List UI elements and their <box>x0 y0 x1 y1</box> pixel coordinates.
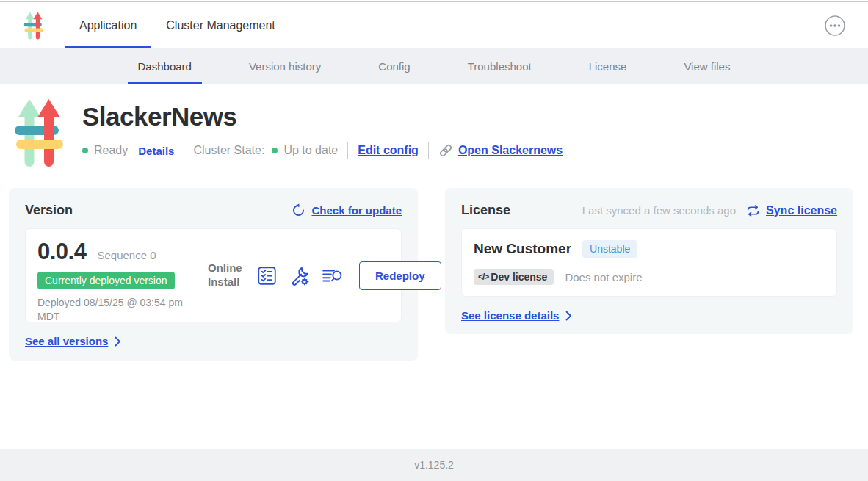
console-footer: v1.125.2 <box>0 449 868 481</box>
dashboard-cards: Version Check for update 0.0.4 Sequ <box>9 188 853 361</box>
subnav-tab-troubleshoot[interactable]: Troubleshoot <box>457 48 542 84</box>
deployed-status-badge: Currently deployed version <box>37 272 175 289</box>
chain-link-icon <box>438 143 453 158</box>
checklist-icon <box>257 266 277 286</box>
channel-badge: Unstable <box>582 240 637 258</box>
app-logo-large-icon <box>15 96 63 170</box>
refresh-icon <box>292 203 305 217</box>
license-type-badge: </> Dev license <box>474 269 554 285</box>
open-app-link-label: Open Slackernews <box>458 144 563 157</box>
check-for-update-link[interactable]: Check for update <box>292 203 402 217</box>
cluster-state-label: Cluster State: <box>193 144 264 157</box>
license-card: License Last synced a few seconds ago Sy… <box>445 188 853 334</box>
sync-arrows-icon <box>746 205 760 217</box>
status-divider <box>428 142 429 159</box>
app-header: Application Cluster Management <box>0 2 868 48</box>
subnav-tab-version-history[interactable]: Version history <box>239 48 331 84</box>
version-sequence: Sequence 0 <box>97 249 156 261</box>
status-divider <box>347 142 348 159</box>
version-number: 0.0.4 <box>37 239 86 265</box>
sync-license-label: Sync license <box>766 204 837 217</box>
app-subnav: Dashboard Version history Config Trouble… <box>0 48 868 84</box>
edit-config-icon-button[interactable] <box>289 264 311 286</box>
page-title: SlackerNews <box>82 102 563 131</box>
console-version: v1.125.2 <box>414 459 454 471</box>
header-tabs: Application Cluster Management <box>65 2 290 48</box>
preflight-checks-button[interactable] <box>256 264 278 286</box>
chevron-right-icon <box>565 311 572 321</box>
app-logo-icon <box>22 2 47 48</box>
tab-cluster-management[interactable]: Cluster Management <box>151 2 290 48</box>
app-status-label: Ready <box>94 144 128 157</box>
see-license-details-link[interactable]: See license details <box>461 309 837 322</box>
license-details-panel: New Customer Unstable </> Dev license Do… <box>461 228 837 297</box>
cluster-state-dot-icon <box>272 148 278 153</box>
current-version-panel: 0.0.4 Sequence 0 Currently deployed vers… <box>25 228 402 322</box>
chevron-right-icon <box>115 336 121 347</box>
sync-license-link[interactable]: Sync license <box>746 204 837 217</box>
ellipsis-circle-icon <box>824 15 846 37</box>
lines-magnifier-icon <box>322 267 344 284</box>
code-icon: </> <box>478 272 488 282</box>
license-expiry: Does not expire <box>565 271 642 283</box>
subnav-tab-view-files[interactable]: View files <box>673 48 740 84</box>
license-last-synced: Last synced a few seconds ago <box>582 204 736 217</box>
license-type-label: Dev license <box>491 271 547 283</box>
version-card-title: Version <box>25 203 73 218</box>
view-logs-button[interactable] <box>322 264 344 286</box>
subnav-tab-dashboard[interactable]: Dashboard <box>128 48 202 84</box>
open-app-link[interactable]: Open Slackernews <box>438 143 563 158</box>
status-details-link[interactable]: Details <box>138 145 174 157</box>
tab-application[interactable]: Application <box>65 2 151 48</box>
see-all-versions-link[interactable]: See all versions <box>25 335 402 347</box>
install-type-label: Online Install <box>208 261 245 289</box>
app-status-dot-icon <box>82 148 88 153</box>
edit-config-link[interactable]: Edit config <box>358 144 419 157</box>
app-status-row: Ready Details Cluster State: Up to date … <box>82 142 563 159</box>
license-card-title: License <box>461 203 510 218</box>
dashboard-content: SlackerNews Ready Details Cluster State:… <box>0 84 868 449</box>
app-hero: SlackerNews Ready Details Cluster State:… <box>15 96 853 170</box>
check-for-update-label: Check for update <box>311 204 402 217</box>
see-license-details-label: See license details <box>461 309 559 322</box>
version-card: Version Check for update 0.0.4 Sequ <box>9 188 418 361</box>
deployed-timestamp: Deployed 08/15/25 @ 03:54 pm MDT <box>37 296 193 324</box>
wrench-gear-icon <box>290 266 310 286</box>
subnav-tab-config[interactable]: Config <box>368 48 420 84</box>
cluster-state-value: Up to date <box>283 144 338 157</box>
redeploy-button[interactable]: Redeploy <box>359 261 441 290</box>
see-all-versions-label: See all versions <box>25 335 108 347</box>
customer-name: New Customer <box>474 241 571 257</box>
more-menu-button[interactable] <box>824 15 846 37</box>
subnav-tab-license[interactable]: License <box>579 48 637 84</box>
